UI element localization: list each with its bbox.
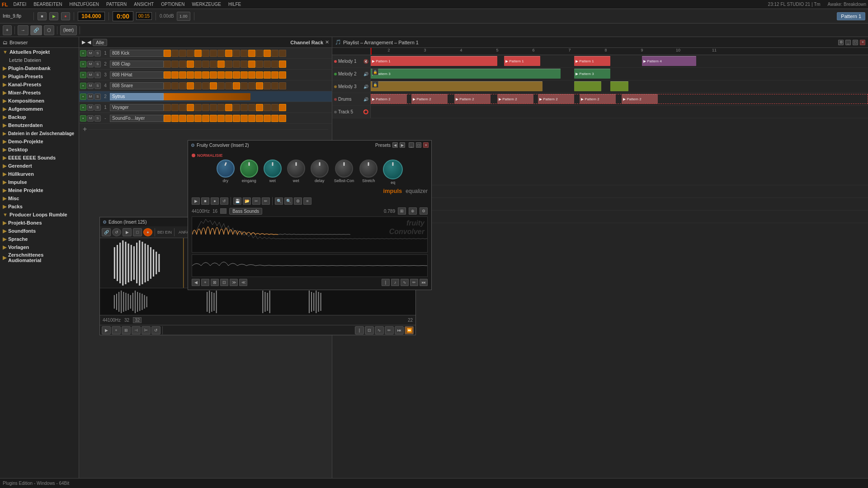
fc-bass-sounds[interactable]: Bass Sounds [229, 208, 262, 215]
fc-settings-btn[interactable]: ⚙ [294, 197, 302, 205]
menu-item-optionen[interactable]: OPTIONEN [159, 1, 186, 8]
fc-expand-btn[interactable]: ⊕ [409, 207, 417, 215]
sidebar-item-misc[interactable]: ▶ Misc [0, 194, 79, 202]
ch-mute-6[interactable]: M [87, 104, 94, 111]
block-drums-p2-7[interactable]: ▶ Pattern 2 [622, 94, 658, 104]
menu-item-bearbeiten[interactable]: BEARBEITEN [32, 1, 64, 8]
pad[interactable] [217, 82, 225, 89]
sidebar-item-benutzerdaten[interactable]: ▶ Benutzerdaten [0, 121, 79, 129]
fc-play-btn[interactable]: ▶ [192, 197, 200, 205]
record-button[interactable]: ● [61, 12, 70, 20]
pad[interactable] [217, 71, 225, 79]
pad[interactable] [202, 50, 209, 57]
ch-mute-5[interactable]: M [87, 94, 94, 100]
pad[interactable] [179, 115, 186, 122]
fc-maximize-btn[interactable]: □ [416, 142, 421, 148]
knob-wet2-control[interactable] [287, 160, 305, 178]
sidebar-item-gerendert[interactable]: ▶ Gerendert [0, 162, 79, 170]
sidebar-item-kanal-presets[interactable]: ▶ Kanal-Presets [0, 80, 79, 89]
knob-dry-control[interactable] [217, 160, 235, 178]
sidebar-item-vorlagen[interactable]: ▶ Vorlagen [0, 243, 79, 251]
pad[interactable] [164, 71, 171, 79]
ed-link-btn[interactable]: 🔗 [102, 228, 111, 236]
sidebar-item-zwischenablage[interactable]: ▶ Dateien in der Zwischenablage [0, 129, 79, 137]
pad[interactable] [194, 82, 202, 89]
ch-solo-2[interactable]: S [94, 61, 101, 67]
pad[interactable] [256, 115, 263, 122]
pad[interactable] [210, 50, 217, 57]
pad[interactable] [225, 82, 232, 89]
sidebar-item-zerschnittenes[interactable]: ▶ Zerschnittenes Audiomaterial [0, 251, 79, 264]
playlist-close-btn[interactable]: ✕ [860, 40, 865, 45]
ed-b-3[interactable]: ∿ [375, 326, 384, 334]
ch-mute-2[interactable]: M [87, 61, 94, 67]
fc-loop-btn[interactable]: ↺ [220, 197, 228, 205]
pad[interactable] [202, 82, 209, 89]
track-lock-melody3[interactable]: 🔒 [372, 81, 378, 88]
toolbar-add-btn[interactable]: + [3, 25, 12, 35]
menu-item-werkzeuge[interactable]: WERKZEUGE [190, 1, 222, 8]
ch-solo-5[interactable]: S [94, 94, 101, 100]
pad[interactable] [248, 71, 255, 79]
ch-green-led-2[interactable]: ▪ [80, 61, 86, 67]
pad[interactable] [233, 115, 240, 122]
pad[interactable] [171, 50, 179, 57]
sidebar-item-projekt-bones[interactable]: ▶ Projekt-Bones [0, 219, 79, 227]
menu-item-datei[interactable]: DATEI [11, 1, 28, 8]
fc-normalise-led[interactable] [192, 154, 195, 157]
pad[interactable] [202, 104, 209, 111]
fc-minimize-btn[interactable]: _ [409, 142, 414, 148]
pad[interactable] [171, 115, 179, 122]
ed-b-prev[interactable]: ⊣ [132, 326, 141, 334]
fc-zoom2-btn[interactable]: 🔍 [284, 197, 292, 205]
ed-play-btn[interactable]: ▶ [123, 228, 132, 236]
menu-item-pattern[interactable]: PATTERN [104, 1, 128, 8]
ed-b-2[interactable]: ⊡ [365, 326, 374, 334]
knob-eq-control[interactable] [383, 160, 403, 179]
ed-b-4[interactable]: ✏ [385, 326, 394, 334]
pad[interactable] [271, 82, 278, 89]
pad[interactable] [164, 61, 171, 68]
block-melody3-pattern3[interactable] [371, 81, 542, 91]
fc-titlebar[interactable]: ⚙ Fruity Convolver (Insert 2) Presets ◀ … [188, 141, 431, 150]
fc-bottom-5[interactable]: ≫ [230, 279, 238, 286]
pad[interactable] [187, 61, 194, 68]
fc-wave-btn[interactable]: ∿ [401, 279, 409, 286]
ch-solo-1[interactable]: S [94, 50, 101, 56]
pad[interactable] [264, 82, 271, 89]
ed-b-next[interactable]: ⊢ [142, 326, 151, 334]
menu-item-hinzufugen[interactable]: HINZUFÜGEN [68, 1, 101, 8]
fc-bottom-6[interactable]: ≪ [239, 279, 247, 286]
fc-record-btn[interactable]: ● [211, 197, 219, 205]
ch-name-soundfo[interactable]: SoundFo…layer [110, 115, 164, 122]
pad[interactable] [279, 50, 286, 57]
ch-mute-3[interactable]: M [87, 72, 94, 78]
pad[interactable] [241, 82, 248, 89]
pad[interactable] [202, 61, 209, 68]
track-vol-melody3[interactable]: 🔊 [363, 84, 368, 89]
block-drums-p2-2[interactable]: ▶ Pattern 2 [411, 94, 448, 104]
pad[interactable] [233, 82, 240, 89]
pad[interactable] [271, 50, 278, 57]
ed-b-loop[interactable]: ↺ [151, 326, 160, 334]
fc-close-btn[interactable]: ✕ [423, 142, 429, 148]
pad[interactable] [264, 61, 271, 68]
pad[interactable] [194, 115, 202, 122]
pad[interactable] [233, 50, 240, 57]
pad[interactable] [187, 104, 194, 111]
ed-waveform2[interactable] [100, 288, 415, 315]
playlist-settings-btn[interactable]: ⚙ [838, 40, 844, 45]
fc-waveform2[interactable] [192, 254, 428, 277]
pad[interactable] [225, 61, 232, 68]
ed-stop2-btn[interactable]: □ [133, 228, 142, 236]
pad[interactable] [256, 82, 263, 89]
pad[interactable] [279, 104, 286, 111]
sidebar-item-impulse[interactable]: ▶ Impulse [0, 178, 79, 186]
fc-marker-btn[interactable]: | [382, 279, 390, 286]
pad[interactable] [271, 104, 278, 111]
ch-solo-4[interactable]: S [94, 83, 101, 89]
pad[interactable] [179, 61, 186, 68]
pad[interactable] [248, 82, 255, 89]
pattern-button[interactable]: Pattern 1 [837, 12, 865, 20]
sidebar-item-demo-projekte[interactable]: ▶ Demo-Projekte [0, 137, 79, 145]
